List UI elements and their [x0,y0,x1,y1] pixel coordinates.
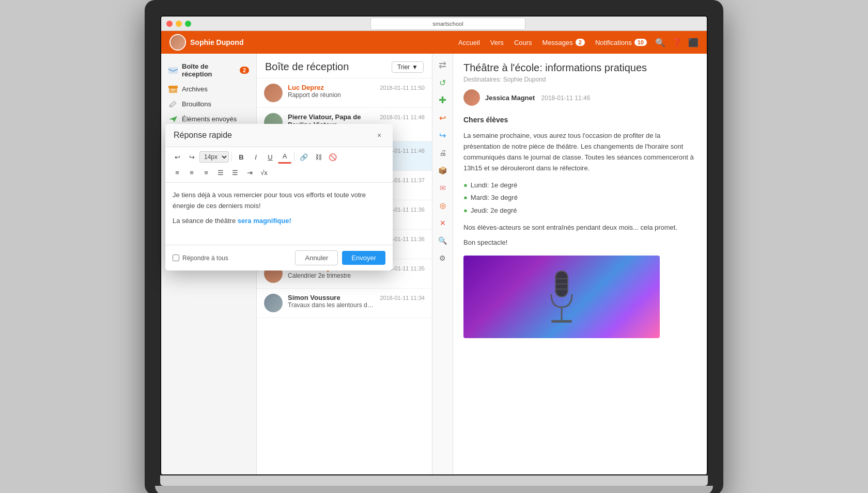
reply-all-icon[interactable]: ↺ [436,75,450,90]
indent[interactable]: ⇥ [243,166,256,179]
detail-image [463,256,660,338]
msg-date: 2018-01-11 11:48 [380,114,425,120]
msg-content: Simon Voussure Travaux dans les alentour… [288,294,375,309]
underline-button[interactable]: U [264,150,277,164]
detail-greeting: Chers élèves [463,114,696,125]
transfer-icon[interactable]: ⇄ [436,58,450,72]
target-icon[interactable]: ◎ [436,198,450,213]
send-button[interactable]: Envoyer [342,251,385,265]
msg-sender: Simon Voussure [288,294,375,301]
help-icon[interactable]: ❓ [672,38,682,47]
message-detail: Théâtre à l'école: informations pratique… [453,54,707,474]
url-bar: smartschool [370,18,525,30]
detail-recipients: Destinataires: Sophie Dupond [463,76,696,83]
laptop-base [155,486,713,493]
nav-accueil[interactable]: Accueil [458,39,480,46]
msg-date: 2018-01-11 11:34 [380,295,425,301]
numbered-list[interactable]: ☰ [228,166,242,179]
green-dot-icon: ● [463,205,468,216]
archive-icon[interactable]: 📦 [436,163,450,178]
link-button-2[interactable]: ⛓ [312,150,325,164]
modal-toolbar: ↩ ↪ 14px 12px 16px B I U A 🔗 ⛓ 🚫 [165,147,393,183]
nav-username: Sophie Dupond [190,38,243,46]
nav-links: Accueil Vers Cours Messages 2 Notificati… [458,39,647,46]
reply-all-check: Répondre à tous [173,255,228,262]
nav-vers[interactable]: Vers [490,39,504,46]
sidebar-item-inbox[interactable]: Boîte de réception 2 [161,59,256,82]
schedule-item: ● Lundi: 1e degré [463,179,696,192]
svg-rect-15 [551,320,572,323]
window-chrome: smartschool [161,17,707,31]
redo-button[interactable]: ↪ [185,150,198,164]
sidebar-item-drafts[interactable]: Brouillons [161,97,256,112]
detail-from: Jessica Magnet 2018-01-11 11:46 [463,89,696,106]
msg-subject: Rapport de réunion [288,91,375,99]
font-size-select[interactable]: 14px 12px 16px [199,151,229,163]
notifications-badge: 10 [634,39,647,46]
undo-button[interactable]: ↩ [171,150,184,164]
inbox-badge: 2 [240,67,249,74]
drafts-label: Brouillons [182,100,211,108]
mail-icon[interactable]: ✉ [436,181,450,195]
align-right[interactable]: ≡ [199,166,213,179]
add-icon[interactable]: ✚ [436,93,450,107]
msg-sender: Luc Deprez [288,84,375,91]
settings-icon[interactable]: ⚙ [436,251,450,265]
reply-all-checkbox[interactable] [173,255,179,261]
bold-button[interactable]: B [235,150,248,164]
align-center[interactable]: ≡ [185,166,198,179]
detail-body-p2: Nos élèves-acteurs se sont entraînés pen… [463,222,696,233]
archives-label: Archives [182,85,208,93]
italic-button[interactable]: I [249,150,262,164]
modal-text: Je tiens déjà à vous remercier pour tous… [173,190,385,212]
modal-title: Réponse rapide [174,131,232,140]
font-color-button[interactable]: A [278,150,291,164]
search-action-icon[interactable]: 🔍 [436,233,450,248]
delete-icon[interactable]: ✕ [436,216,450,230]
msg-subject: Calendrier 2e trimestre [288,272,375,279]
message-list-header: Boîte de réception Trier ▼ [257,54,432,78]
formula[interactable]: √x [257,166,271,179]
nav-notifications[interactable]: Notifications 10 [595,39,647,46]
messages-badge: 2 [576,39,585,46]
maximize-dot[interactable] [185,21,191,27]
modal-highlight: sera magnifique! [238,217,291,225]
toolbar-sep-1 [231,152,232,162]
cancel-button[interactable]: Annuler [295,250,338,265]
bullet-list[interactable]: ☰ [214,166,227,179]
reply-icon[interactable]: ↩ [436,110,450,125]
inbox-label: Boîte de réception [182,62,236,78]
list-item[interactable]: Luc Deprez Rapport de réunion 2018-01-11… [257,78,432,108]
minimize-dot[interactable] [176,21,182,27]
quick-reply-modal: Réponse rapide × ↩ ↪ 14px 12px 16px B I … [165,124,393,271]
align-left[interactable]: ≡ [171,166,184,179]
link-button-1[interactable]: 🔗 [297,150,311,164]
modal-body[interactable]: Je tiens déjà à vous remercier pour tous… [165,183,393,245]
sort-button[interactable]: Trier ▼ [392,61,424,73]
unlink-button[interactable]: 🚫 [326,150,339,164]
nav-cours[interactable]: Cours [514,39,532,46]
archives-icon [168,86,178,93]
msg-content: Luc Deprez Rapport de réunion [288,84,375,99]
logout-icon[interactable]: ⬛ [688,38,699,47]
from-avatar [463,89,480,106]
forward-icon[interactable]: ↪ [436,128,450,142]
detail-schedule: ● Lundi: 1e degré ● Mardi: 3e degré ● Je… [463,179,696,217]
modal-footer: Répondre à tous Annuler Envoyer [165,245,393,271]
print-icon[interactable]: 🖨 [436,146,450,160]
search-icon[interactable]: 🔍 [655,38,665,47]
list-item[interactable]: Simon Voussure Travaux dans les alentour… [257,289,432,318]
modal-close-button[interactable]: × [374,130,384,140]
close-dot[interactable] [166,21,173,27]
detail-body-p1: La semaine prochaine, vous aurez tous l'… [463,131,696,173]
from-info: Jessica Magnet 2018-01-11 11:46 [485,93,590,102]
msg-date: 2018-01-11 11:50 [380,85,425,91]
detail-closing: Bon spectacle! [463,237,696,248]
nav-messages[interactable]: Messages 2 [542,39,585,46]
svg-rect-2 [169,88,177,93]
sent-icon [168,116,178,123]
nav-user: Sophie Dupond [169,34,458,51]
from-name: Jessica Magnet [485,94,535,102]
avatar [169,34,186,51]
sidebar-item-archives[interactable]: Archives [161,82,256,97]
